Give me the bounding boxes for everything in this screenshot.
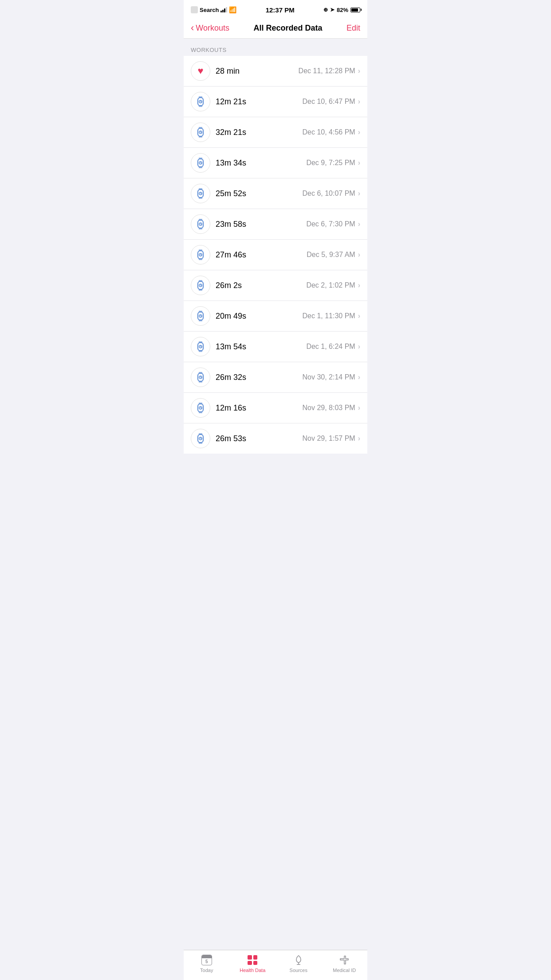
svg-rect-19 bbox=[199, 188, 202, 190]
workout-duration: 28 min bbox=[216, 67, 299, 76]
back-label: Workouts bbox=[196, 24, 229, 33]
signal-bar-4 bbox=[226, 7, 227, 12]
workout-icon bbox=[191, 306, 210, 326]
workout-row[interactable]: 32m 21sDec 10, 4:56 PM› bbox=[184, 117, 367, 148]
svg-rect-8 bbox=[199, 136, 202, 138]
watch-icon bbox=[194, 402, 207, 414]
chevron-right-icon: › bbox=[358, 404, 360, 412]
workout-icon bbox=[191, 398, 210, 418]
workout-duration: 25m 52s bbox=[216, 189, 303, 198]
page-title: All Recorded Data bbox=[253, 24, 322, 33]
chevron-right-icon: › bbox=[358, 128, 360, 136]
svg-rect-61 bbox=[199, 403, 202, 404]
svg-rect-67 bbox=[199, 433, 202, 435]
app-icon bbox=[191, 6, 198, 13]
svg-rect-14 bbox=[199, 166, 202, 168]
svg-rect-2 bbox=[199, 105, 202, 107]
chevron-right-icon: › bbox=[358, 251, 360, 259]
watch-icon bbox=[194, 371, 207, 383]
watch-icon bbox=[194, 187, 207, 200]
workout-row[interactable]: 12m 16sNov 29, 8:03 PM› bbox=[184, 393, 367, 423]
svg-rect-49 bbox=[199, 341, 202, 343]
workout-row[interactable]: 26m 32sNov 30, 2:14 PM› bbox=[184, 362, 367, 393]
workout-icon bbox=[191, 245, 210, 265]
workout-icon bbox=[191, 276, 210, 295]
workout-icon bbox=[191, 337, 210, 356]
svg-rect-68 bbox=[199, 442, 202, 444]
workout-date: Dec 1, 11:30 PM bbox=[303, 312, 355, 320]
svg-rect-44 bbox=[199, 320, 202, 321]
chevron-right-icon: › bbox=[358, 373, 360, 381]
signal-bar-3 bbox=[224, 8, 225, 12]
watch-icon bbox=[194, 249, 207, 261]
svg-line-59 bbox=[201, 377, 201, 378]
nav-bar: ‹ Workouts All Recorded Data Edit bbox=[184, 20, 367, 39]
workout-date: Nov 30, 2:14 PM bbox=[303, 373, 355, 381]
chevron-right-icon: › bbox=[358, 281, 360, 289]
workout-icon bbox=[191, 92, 210, 111]
chevron-right-icon: › bbox=[358, 220, 360, 228]
svg-rect-43 bbox=[199, 311, 202, 312]
main-content: WORKOUTS ♥28 minDec 11, 12:28 PM› 12m 21… bbox=[184, 39, 367, 489]
workout-row[interactable]: 20m 49sDec 1, 11:30 PM› bbox=[184, 301, 367, 332]
back-chevron-icon: ‹ bbox=[191, 23, 194, 33]
battery-percent: 82% bbox=[337, 7, 348, 13]
svg-rect-50 bbox=[199, 350, 202, 352]
svg-line-35 bbox=[201, 255, 201, 255]
workout-duration: 20m 49s bbox=[216, 312, 303, 321]
chevron-right-icon: › bbox=[358, 67, 360, 75]
workout-list: ♥28 minDec 11, 12:28 PM› 12m 21sDec 10, … bbox=[184, 56, 367, 454]
signal-bar-1 bbox=[220, 11, 222, 12]
svg-line-71 bbox=[201, 439, 201, 439]
workout-row[interactable]: 26m 53sNov 29, 1:57 PM› bbox=[184, 423, 367, 454]
chevron-right-icon: › bbox=[358, 312, 360, 320]
workout-date: Dec 1, 6:24 PM bbox=[306, 343, 355, 351]
workout-date: Dec 2, 1:02 PM bbox=[306, 281, 355, 289]
svg-rect-1 bbox=[199, 96, 202, 98]
workout-icon bbox=[191, 153, 210, 173]
workout-duration: 13m 34s bbox=[216, 158, 306, 168]
workout-duration: 13m 54s bbox=[216, 342, 306, 352]
workout-date: Nov 29, 8:03 PM bbox=[303, 404, 355, 412]
svg-rect-20 bbox=[199, 197, 202, 199]
svg-rect-56 bbox=[199, 381, 202, 383]
chevron-right-icon: › bbox=[358, 159, 360, 167]
svg-rect-7 bbox=[199, 127, 202, 129]
workout-row[interactable]: 13m 54sDec 1, 6:24 PM› bbox=[184, 332, 367, 362]
watch-icon bbox=[194, 279, 207, 292]
back-button[interactable]: ‹ Workouts bbox=[191, 23, 229, 33]
status-time: 12:37 PM bbox=[266, 6, 295, 14]
workout-icon bbox=[191, 214, 210, 234]
svg-line-53 bbox=[201, 347, 201, 347]
svg-rect-38 bbox=[199, 289, 202, 291]
svg-line-29 bbox=[201, 224, 201, 225]
watch-icon bbox=[194, 95, 207, 108]
watch-icon bbox=[194, 157, 207, 169]
svg-rect-13 bbox=[199, 158, 202, 159]
workout-row[interactable]: 13m 34sDec 9, 7:25 PM› bbox=[184, 148, 367, 178]
workout-row[interactable]: 12m 21sDec 10, 6:47 PM› bbox=[184, 87, 367, 117]
workout-icon bbox=[191, 368, 210, 387]
workout-row[interactable]: 26m 2sDec 2, 1:02 PM› bbox=[184, 270, 367, 301]
battery-fill bbox=[351, 8, 358, 12]
workout-row[interactable]: 27m 46sDec 5, 9:37 AM› bbox=[184, 240, 367, 270]
svg-rect-32 bbox=[199, 258, 202, 260]
watch-icon bbox=[194, 310, 207, 322]
workout-duration: 26m 53s bbox=[216, 434, 303, 443]
workout-row[interactable]: 25m 52sDec 6, 10:07 PM› bbox=[184, 178, 367, 209]
workout-date: Dec 10, 6:47 PM bbox=[303, 98, 355, 106]
svg-rect-31 bbox=[199, 249, 202, 251]
svg-line-41 bbox=[201, 285, 201, 286]
svg-rect-37 bbox=[199, 280, 202, 282]
chevron-right-icon: › bbox=[358, 343, 360, 351]
workout-row[interactable]: ♥28 minDec 11, 12:28 PM› bbox=[184, 56, 367, 87]
workout-row[interactable]: 23m 58sDec 6, 7:30 PM› bbox=[184, 209, 367, 240]
workout-date: Dec 6, 7:30 PM bbox=[306, 220, 355, 228]
workout-duration: 12m 21s bbox=[216, 97, 303, 107]
workout-duration: 26m 2s bbox=[216, 281, 306, 290]
edit-button[interactable]: Edit bbox=[346, 24, 360, 33]
watch-icon bbox=[194, 432, 207, 445]
chevron-right-icon: › bbox=[358, 98, 360, 106]
workout-date: Dec 6, 10:07 PM bbox=[303, 190, 355, 198]
svg-line-5 bbox=[201, 102, 201, 102]
